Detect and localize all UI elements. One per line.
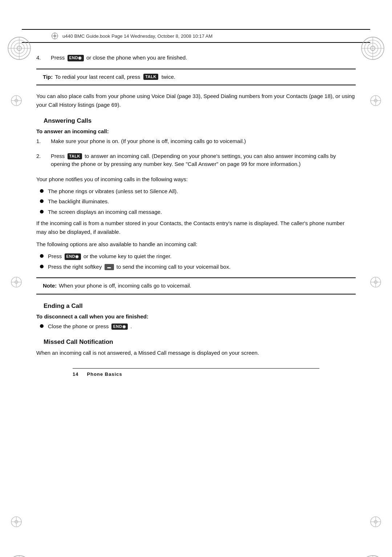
answering-calls-sub-heading: To answer an incoming call: xyxy=(36,128,356,134)
answering-step-1-text: Make sure your phone is on. (If your pho… xyxy=(51,137,246,146)
crosshair-right-top xyxy=(369,94,382,107)
ending-bullet-after: . xyxy=(130,323,132,329)
ending-bullet-before: Close the phone or press xyxy=(48,323,109,329)
answering-step-2-text: Press TALK to answer an incoming call. (… xyxy=(51,152,356,168)
note-text: When your phone is off, incoming calls g… xyxy=(59,282,191,290)
step2-after: to answer an incoming call. (Depending o… xyxy=(51,153,336,167)
options-bullet-2-text: Press the right softkey ▬ to send the in… xyxy=(48,263,230,271)
bullet-3-text: The screen displays an incoming call mes… xyxy=(48,208,162,216)
bullet-3: The screen displays an incoming call mes… xyxy=(40,208,356,216)
end-key-ending: END◉ xyxy=(111,324,128,330)
crosshair-left-mid xyxy=(10,276,23,288)
step-4-num: 4. xyxy=(36,54,51,62)
options-bullet-1-text: Press END◉ or the volume key to quiet th… xyxy=(48,252,172,261)
softkey-after: to send the incoming call to your voicem… xyxy=(117,264,230,270)
bullet-2-text: The backlight illuminates. xyxy=(48,198,109,206)
end-key-step4: END◉ xyxy=(68,55,84,61)
talk-key-tip: TALK xyxy=(143,74,158,80)
answering-step-2-num: 2. xyxy=(36,152,51,160)
crosshair-left-top xyxy=(10,94,23,107)
tip-label: Tip: xyxy=(43,73,53,81)
header-text: u440 BMC Guide.book Page 14 Wednesday, O… xyxy=(62,33,213,39)
options-bullet-2: Press the right softkey ▬ to send the in… xyxy=(40,263,356,271)
missed-call-heading: Missed Call Notification xyxy=(36,338,356,346)
options-paragraph: The following options are also available… xyxy=(36,240,356,249)
page-container: u440 BMC Guide.book Page 14 Wednesday, O… xyxy=(0,29,392,557)
contacts-paragraph: If the incoming call is from a number st… xyxy=(36,219,356,236)
header-bar: u440 BMC Guide.book Page 14 Wednesday, O… xyxy=(22,29,370,43)
corner-ornament-tl xyxy=(7,36,32,61)
opt-bullet-after: or the volume key to quiet the ringer. xyxy=(83,253,172,259)
tip-text-after: twice. xyxy=(162,73,175,81)
bullet-2: The backlight illuminates. xyxy=(40,198,356,206)
answering-step-2: 2. Press TALK to answer an incoming call… xyxy=(36,152,356,168)
header-crosshair xyxy=(51,32,59,40)
footer-text: 14 Phone Basics xyxy=(73,371,122,377)
answering-step-1-num: 1. xyxy=(36,137,51,146)
tip-box: Tip: To redial your last recent call, pr… xyxy=(36,69,356,86)
talk-key-step2: TALK xyxy=(68,153,82,159)
bullet-dot-end-1 xyxy=(40,324,44,328)
end-key-options: END◉ xyxy=(65,253,81,260)
crosshair-right-bot xyxy=(369,516,382,528)
softkey-text: Press the right softkey xyxy=(48,264,102,270)
main-content: 4. Press END◉ or close the phone when yo… xyxy=(36,43,356,380)
ending-call-sub-heading: To disconnect a call when you are finish… xyxy=(36,313,356,320)
softkey-icon: ▬ xyxy=(105,264,114,270)
step-4-text: Press END◉ or close the phone when you a… xyxy=(51,54,187,62)
corner-ornament-tr xyxy=(360,36,385,61)
intro-paragraph: You can also place calls from your phone… xyxy=(36,92,356,109)
footer: 14 Phone Basics xyxy=(73,368,319,380)
footer-section: Phone Basics xyxy=(87,371,122,377)
note-box: Note: When your phone is off, incoming c… xyxy=(36,277,356,294)
corner-ornament-br xyxy=(360,554,385,557)
bullet-1-text: The phone rings or vibrates (unless set … xyxy=(48,187,178,196)
bullet-dot-3 xyxy=(40,210,44,214)
bullet-dot-1 xyxy=(40,189,44,193)
opt-bullet-before: Press xyxy=(48,253,62,259)
bullet-1: The phone rings or vibrates (unless set … xyxy=(40,187,356,196)
footer-page-num: 14 xyxy=(73,371,78,377)
answering-calls-heading: Answering Calls xyxy=(36,117,356,125)
bullet-dot-opt-1 xyxy=(40,254,44,258)
step-4: 4. Press END◉ or close the phone when yo… xyxy=(36,54,356,62)
step4-text-before: Press xyxy=(51,54,65,61)
ending-bullets: Close the phone or press END◉ . xyxy=(40,322,356,331)
notify-bullets: The phone rings or vibrates (unless set … xyxy=(40,187,356,216)
note-label: Note: xyxy=(43,282,57,290)
ending-bullet-1: Close the phone or press END◉ . xyxy=(40,322,356,331)
missed-call-paragraph: When an incoming call is not answered, a… xyxy=(36,349,356,357)
ending-call-heading: Ending a Call xyxy=(36,302,356,310)
answering-step-1: 1. Make sure your phone is on. (If your … xyxy=(36,137,356,146)
options-bullets: Press END◉ or the volume key to quiet th… xyxy=(40,252,356,271)
bullet-dot-opt-2 xyxy=(40,265,44,268)
step4-text-after: or close the phone when you are finished… xyxy=(86,54,187,61)
tip-text-before: To redial your last recent call, press xyxy=(55,73,140,81)
crosshair-right-mid xyxy=(369,276,382,288)
ending-bullet-1-text: Close the phone or press END◉ . xyxy=(48,322,132,331)
bullet-dot-2 xyxy=(40,199,44,203)
step2-before: Press xyxy=(51,153,65,159)
crosshair-left-bot xyxy=(10,516,23,528)
options-bullet-1: Press END◉ or the volume key to quiet th… xyxy=(40,252,356,261)
notify-paragraph: Your phone notifies you of incoming call… xyxy=(36,175,356,184)
corner-ornament-bl xyxy=(7,554,32,557)
